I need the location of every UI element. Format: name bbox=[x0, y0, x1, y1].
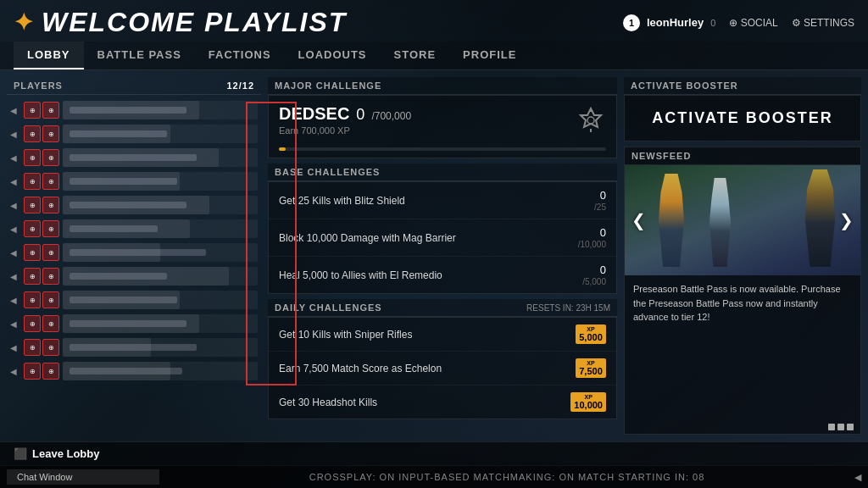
player-bar bbox=[63, 267, 258, 286]
player-icon: ⊕ bbox=[24, 268, 41, 285]
newsfeed-dots bbox=[625, 420, 860, 434]
header-right: 1 leonHurley 0 ⊕ SOCIAL ⚙ SETTINGS bbox=[623, 14, 854, 31]
player-icon: ⊕ bbox=[42, 339, 59, 356]
arrow-icon: ◀ bbox=[10, 153, 20, 163]
table-row: ◀ ⊕ ⊕ bbox=[7, 264, 261, 288]
booster-section-header: ACTIVATE BOOSTER bbox=[624, 77, 861, 95]
player-icon: ⊕ bbox=[24, 244, 41, 261]
player-bar bbox=[63, 291, 258, 309]
list-item: Heal 5,000 to Allies with El Remedio 0 /… bbox=[269, 257, 616, 293]
xp-badge: XP 7,500 bbox=[576, 358, 606, 378]
nav-item-loadouts[interactable]: LOADOUTS bbox=[285, 42, 381, 69]
player-icon: ⊕ bbox=[24, 220, 41, 237]
user-info: 1 leonHurley 0 bbox=[623, 14, 715, 31]
table-row: ◀ ⊕ ⊕ bbox=[7, 169, 261, 193]
player-bar bbox=[63, 219, 258, 238]
leave-icon: ⬛ bbox=[14, 447, 27, 460]
challenge-score: 0 /5,000 bbox=[564, 263, 606, 286]
challenge-text: Block 10,000 Damage with Mag Barrier bbox=[279, 232, 557, 244]
booster-box[interactable]: ACTIVATE BOOSTER bbox=[624, 95, 861, 141]
social-button[interactable]: ⊕ SOCIAL bbox=[729, 17, 777, 29]
player-icons: ⊕ ⊕ bbox=[24, 220, 59, 237]
player-icon: ⊕ bbox=[42, 315, 59, 332]
dot-2[interactable] bbox=[837, 424, 844, 430]
player-icon: ⊕ bbox=[42, 220, 59, 237]
newsfeed-next-button[interactable]: ❯ bbox=[839, 210, 854, 230]
arrow-icon: ◀ bbox=[10, 106, 20, 115]
player-icons: ⊕ ⊕ bbox=[24, 268, 59, 285]
arrow-icon: ◀ bbox=[10, 248, 20, 258]
arrow-icon: ◀ bbox=[10, 225, 20, 234]
list-item: Get 10 Kills with Sniper Rifles XP 5,000 bbox=[269, 318, 616, 352]
major-challenge-xp: 0 bbox=[356, 106, 364, 124]
nav-bar: LOBBY BATTLE PASS FACTIONS LOADOUTS STOR… bbox=[0, 42, 868, 70]
nav-item-store[interactable]: STORE bbox=[381, 42, 450, 69]
nav-item-factions[interactable]: FACTIONS bbox=[195, 42, 285, 69]
player-icon: ⊕ bbox=[24, 315, 41, 332]
player-bar bbox=[63, 172, 258, 191]
list-item: Block 10,000 Damage with Mag Barrier 0 /… bbox=[269, 219, 616, 257]
user-points: 0 bbox=[710, 18, 715, 28]
challenge-text: Get 25 Kills with Blitz Shield bbox=[279, 195, 557, 207]
character-3 bbox=[797, 169, 843, 267]
booster-title: ACTIVATE BOOSTER bbox=[638, 109, 847, 127]
settings-button[interactable]: ⚙ SETTINGS bbox=[792, 17, 854, 29]
player-icon: ⊕ bbox=[24, 197, 41, 214]
player-bar bbox=[63, 125, 258, 143]
table-row: ◀ ⊕ ⊕ bbox=[7, 217, 261, 241]
header-left: ✦ Welcome Playlist bbox=[14, 7, 347, 38]
arrow-icon: ◀ bbox=[10, 367, 20, 376]
daily-resets: RESETS IN: 23H 15M bbox=[526, 303, 610, 313]
player-icon: ⊕ bbox=[24, 363, 41, 380]
player-icons: ⊕ ⊕ bbox=[24, 173, 59, 190]
player-icons: ⊕ ⊕ bbox=[24, 125, 59, 142]
arrow-icon: ◀ bbox=[10, 201, 20, 210]
player-icon: ⊕ bbox=[42, 268, 59, 285]
challenge-score: 0 /10,000 bbox=[564, 226, 606, 249]
chat-window-button[interactable]: Chat Window bbox=[7, 469, 159, 485]
player-icon: ⊕ bbox=[24, 149, 41, 166]
major-challenge-info: DedSec 0 /700,000 Earn 700,000 XP bbox=[279, 104, 411, 136]
leave-lobby-button[interactable]: ⬛ Leave Lobby bbox=[14, 447, 99, 460]
player-icon: ⊕ bbox=[42, 125, 59, 142]
nav-item-battlepass[interactable]: BATTLE PASS bbox=[84, 42, 195, 69]
table-row: ◀ ⊕ ⊕ bbox=[7, 193, 261, 217]
player-icon: ⊕ bbox=[24, 125, 41, 142]
players-count: 12/12 bbox=[226, 80, 254, 91]
player-icon: ⊕ bbox=[24, 291, 41, 308]
table-row: ◀ ⊕ ⊕ bbox=[7, 98, 261, 122]
arrow-icon: ◀ bbox=[10, 319, 20, 329]
player-icon: ⊕ bbox=[24, 102, 41, 119]
player-icon: ⊕ bbox=[42, 363, 59, 380]
faction-icon bbox=[576, 105, 606, 136]
nav-item-lobby[interactable]: LOBBY bbox=[14, 42, 84, 69]
newsfeed-prev-button[interactable]: ❮ bbox=[632, 210, 646, 230]
newsfeed-characters bbox=[625, 165, 860, 275]
major-challenge-box: DedSec 0 /700,000 Earn 700,000 XP bbox=[268, 95, 617, 158]
base-challenges-section: BASE CHALLENGES Get 25 Kills with Blitz … bbox=[268, 164, 617, 294]
arrow-icon: ◀ bbox=[10, 272, 20, 281]
dot-1[interactable] bbox=[828, 424, 835, 430]
nav-item-profile[interactable]: PROFILE bbox=[449, 42, 530, 69]
newsfeed-image: ❮ ❯ bbox=[625, 165, 860, 275]
player-bar bbox=[63, 196, 258, 214]
xp-badge: XP 5,000 bbox=[576, 324, 606, 344]
player-bar bbox=[63, 338, 258, 357]
newsfeed-header: NEWSFEED bbox=[625, 147, 860, 165]
challenge-text: Get 30 Headshot Kills bbox=[279, 396, 564, 408]
player-bar bbox=[63, 362, 258, 380]
arrow-icon: ◀ bbox=[10, 296, 20, 305]
player-icons: ⊕ ⊕ bbox=[24, 339, 59, 356]
player-icons: ⊕ ⊕ bbox=[24, 197, 59, 214]
player-icon: ⊕ bbox=[42, 149, 59, 166]
list-item: Earn 7,500 Match Score as Echelon XP 7,5… bbox=[269, 352, 616, 385]
player-icon: ⊕ bbox=[42, 173, 59, 190]
major-challenge-sub: Earn 700,000 XP bbox=[279, 125, 411, 136]
major-challenge-name: DedSec bbox=[279, 104, 349, 124]
player-bar bbox=[63, 148, 258, 167]
players-panel: PLAYERS 12/12 ◀ ⊕ ⊕ ◀ ⊕ ⊕ bbox=[7, 77, 261, 435]
list-item: Get 25 Kills with Blitz Shield 0 /25 bbox=[269, 182, 616, 219]
newsfeed-section: NEWSFEED ❮ ❯ Preseason Battle Pass is no… bbox=[624, 147, 861, 435]
indicator-icon: ◀ bbox=[854, 472, 861, 483]
dot-3[interactable] bbox=[847, 424, 854, 430]
